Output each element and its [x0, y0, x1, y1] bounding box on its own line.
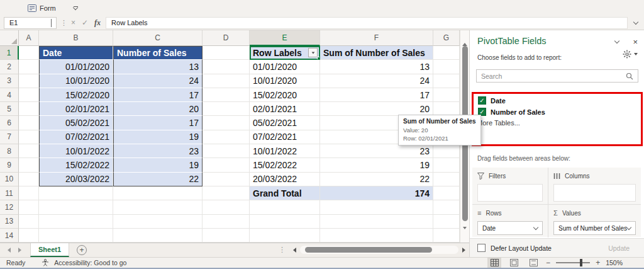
row-header-5[interactable]: 5 — [0, 102, 19, 116]
cell-D5[interactable] — [203, 102, 250, 116]
cell-G4[interactable] — [433, 88, 460, 102]
cell-B10[interactable]: 20/03/2022 — [39, 173, 113, 186]
cell-A13[interactable] — [19, 215, 39, 229]
cell-D14[interactable] — [203, 229, 250, 243]
enter-icon[interactable]: ✓ — [82, 18, 88, 27]
cell-G1[interactable] — [433, 46, 460, 60]
more-tables-link[interactable]: More Tables... — [474, 117, 641, 127]
row-header-7[interactable]: 7 — [0, 130, 19, 144]
values-area[interactable]: Σ Values Sum of Number of Sales — [548, 205, 641, 238]
cell-E12[interactable] — [250, 200, 320, 214]
customize-qat-button[interactable] — [74, 6, 78, 9]
search-input[interactable] — [481, 72, 607, 80]
cell-E2[interactable]: 01/01/2020 — [250, 60, 320, 74]
columns-area[interactable]: Columns — [548, 168, 641, 205]
cell-B13[interactable] — [39, 215, 113, 229]
cell-C7[interactable]: 19 — [113, 130, 203, 144]
cell-A6[interactable] — [19, 116, 39, 130]
zoom-slider[interactable] — [556, 262, 590, 263]
cell-B7[interactable]: 07/02/2021 — [39, 130, 113, 144]
cell-C10[interactable]: 22 — [113, 173, 203, 186]
form-button[interactable]: Form — [24, 3, 60, 13]
scroll-right-icon[interactable] — [462, 248, 465, 253]
cell-B5[interactable]: 02/01/2021 — [39, 102, 113, 116]
cell-A14[interactable] — [19, 229, 39, 243]
tools-button[interactable] — [623, 50, 638, 59]
cell-D7[interactable] — [203, 130, 250, 144]
fill-handle[interactable] — [317, 57, 320, 60]
column-header-A[interactable]: A — [19, 30, 39, 46]
cell-C13[interactable] — [113, 215, 203, 229]
cell-G2[interactable] — [433, 60, 460, 74]
row-header-3[interactable]: 3 — [0, 74, 19, 88]
column-header-G[interactable]: G — [433, 30, 460, 46]
cell-G12[interactable] — [433, 200, 460, 214]
cell-C8[interactable]: 23 — [113, 144, 203, 158]
cell-G11[interactable] — [433, 186, 460, 200]
rows-area[interactable]: ≡ Rows Date — [472, 205, 548, 238]
row-header-13[interactable]: 13 — [0, 215, 19, 229]
cell-E8[interactable]: 10/01/2022 — [250, 144, 320, 158]
pane-options-chevron-icon[interactable] — [614, 38, 619, 43]
scroll-up-icon[interactable] — [462, 32, 467, 46]
row-labels-filter-button[interactable] — [308, 48, 318, 57]
cell-B1[interactable]: Date — [39, 46, 113, 60]
cell-B14[interactable] — [39, 229, 113, 243]
cell-E5[interactable]: 02/01/2021 — [250, 102, 320, 116]
cell-G3[interactable] — [433, 74, 460, 88]
update-button[interactable]: Update — [601, 242, 637, 255]
filters-drop-zone[interactable] — [477, 184, 543, 202]
cell-C5[interactable]: 20 — [113, 102, 203, 116]
rows-field-pill[interactable]: Date — [477, 221, 543, 235]
cell-E10[interactable]: 20/03/2022 — [250, 173, 320, 186]
cell-G13[interactable] — [433, 215, 460, 229]
row-header-9[interactable]: 9 — [0, 158, 19, 172]
cell-A5[interactable] — [19, 102, 39, 116]
column-header-B[interactable]: B — [39, 30, 113, 46]
row-header-6[interactable]: 6 — [0, 116, 19, 130]
row-header-8[interactable]: 8 — [0, 144, 19, 158]
cell-D13[interactable] — [203, 215, 250, 229]
next-sheet-icon[interactable] — [18, 248, 21, 253]
cell-A7[interactable] — [19, 130, 39, 144]
cell-D6[interactable] — [203, 116, 250, 130]
cell-A1[interactable] — [19, 46, 39, 60]
cell-E6[interactable]: 05/02/2021 — [250, 116, 320, 130]
values-field-pill[interactable]: Sum of Number of Sales — [553, 221, 636, 235]
row-header-4[interactable]: 4 — [0, 88, 19, 102]
row-header-11[interactable]: 11 — [0, 186, 19, 200]
cell-B9[interactable]: 15/02/2022 — [39, 158, 113, 172]
cell-E9[interactable]: 15/02/2022 — [250, 158, 320, 172]
column-header-C[interactable]: C — [113, 30, 203, 46]
row-header-14[interactable]: 14 — [0, 229, 19, 243]
cell-G10[interactable] — [433, 173, 460, 186]
formula-input[interactable]: Row Labels — [106, 17, 628, 29]
columns-drop-zone[interactable] — [553, 184, 636, 202]
cell-D9[interactable] — [203, 158, 250, 172]
sheet-tab-sheet1[interactable]: Sheet1 — [30, 243, 69, 257]
row-header-1[interactable]: 1 — [0, 46, 19, 60]
cell-D10[interactable] — [203, 173, 250, 186]
cell-G9[interactable] — [433, 158, 460, 172]
cell-A3[interactable] — [19, 74, 39, 88]
cell-D1[interactable] — [203, 46, 250, 60]
cell-C3[interactable]: 24 — [113, 74, 203, 88]
scroll-down-icon[interactable] — [463, 227, 467, 240]
cell-F14[interactable] — [320, 229, 433, 243]
zoom-out-button[interactable]: − — [546, 258, 550, 267]
cell-G8[interactable] — [433, 144, 460, 158]
prev-sheet-icon[interactable] — [8, 248, 11, 253]
cell-B12[interactable] — [39, 200, 113, 214]
cell-F3[interactable]: 24 — [320, 74, 433, 88]
column-header-D[interactable]: D — [203, 30, 250, 46]
cell-A10[interactable] — [19, 173, 39, 186]
cell-F8[interactable]: 23 — [320, 144, 433, 158]
column-header-F[interactable]: F — [320, 30, 433, 46]
normal-view-button[interactable] — [487, 258, 501, 268]
cell-D3[interactable] — [203, 74, 250, 88]
cell-E14[interactable] — [250, 229, 320, 243]
page-break-view-button[interactable] — [526, 258, 540, 268]
cell-B2[interactable]: 01/01/2020 — [39, 60, 113, 74]
cell-D12[interactable] — [203, 200, 250, 214]
select-all-corner[interactable] — [0, 30, 19, 46]
